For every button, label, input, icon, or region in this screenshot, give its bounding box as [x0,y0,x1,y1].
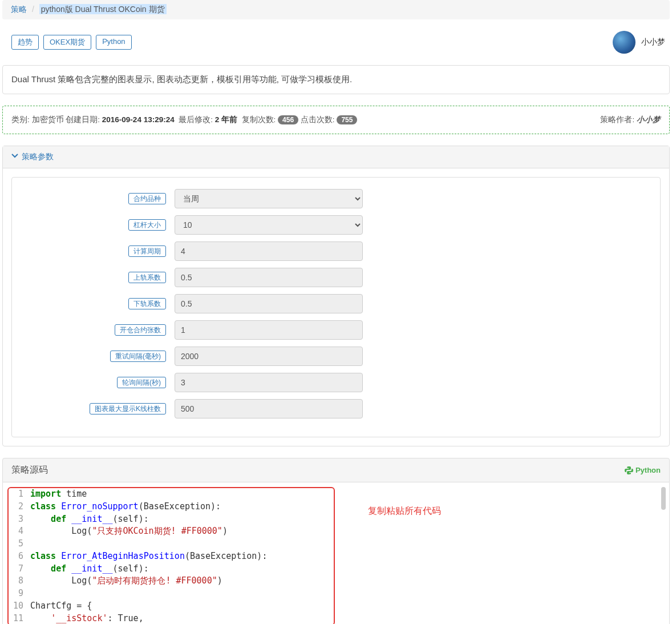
code-box[interactable]: 1import time 2class Error_noSupport(Base… [7,487,335,624]
chevron-down-icon [11,152,18,161]
param-label-open-contracts: 开仓合约张数 [115,324,166,336]
python-icon [624,466,633,475]
breadcrumb-separator: / [29,5,37,14]
meta-copy-label: 复制次数: [242,115,276,124]
meta-panel: 类别: 加密货币 创建日期: 2016-09-24 13:29:24 最后修改:… [2,106,670,134]
meta-category: 加密货币 [32,115,64,124]
param-row-retry-ms: 重试间隔(毫秒) [21,347,651,366]
meta-author-label: 策略作者: [600,115,634,124]
param-row-leverage: 杠杆大小 10 [21,215,651,235]
meta-right: 策略作者: 小小梦 [600,115,661,125]
param-label-leverage: 杠杆大小 [128,219,166,231]
tag-trend[interactable]: 趋势 [11,35,39,50]
meta-category-label: 类别: [11,115,30,124]
param-row-max-kline: 图表最大显示K线柱数 [21,399,651,418]
meta-left: 类别: 加密货币 创建日期: 2016-09-24 13:29:24 最后修改:… [11,115,357,125]
meta-modified: 2 年前 [215,115,237,124]
top-row: 趋势 OKEX期货 Python 小小梦 [2,31,670,54]
param-input-lower-coef[interactable] [175,294,363,313]
tag-okex[interactable]: OKEX期货 [43,35,91,50]
param-label-retry-ms: 重试间隔(毫秒) [110,351,166,362]
params-heading[interactable]: 策略参数 [3,146,669,168]
description-panel: Dual Thrust 策略包含完整的图表显示, 图表动态更新，模板引用等功能,… [2,65,670,94]
param-row-upper-coef: 上轨系数 [21,268,651,287]
param-row-poll-s: 轮询间隔(秒) [21,373,651,392]
param-row-open-contracts: 开仓合约张数 [21,320,651,340]
code-annotation: 复制粘贴所有代码 [368,505,441,517]
language-badge: Python [624,466,661,475]
meta-click-badge: 755 [337,115,357,124]
tag-python[interactable]: Python [96,35,131,50]
params-form: 合约品种 当周 杠杆大小 10 计算周期 上轨系数 下轨系数 开仓合约张数 重试… [11,177,661,437]
description-text: Dual Thrust 策略包含完整的图表显示, 图表动态更新，模板引用等功能,… [3,66,669,94]
param-row-lower-coef: 下轨系数 [21,294,651,313]
param-select-contract-type[interactable]: 当周 [175,189,363,208]
meta-created-label: 创建日期: [66,115,100,124]
param-input-open-contracts[interactable] [175,320,363,340]
source-heading: 策略源码 Python [2,458,670,482]
params-panel: 策略参数 合约品种 当周 杠杆大小 10 计算周期 上轨系数 下轨系数 开仓合约… [2,146,670,446]
meta-click-label: 点击次数: [301,115,335,124]
meta-modified-label: 最后修改: [179,115,213,124]
param-row-period: 计算周期 [21,241,651,261]
param-label-lower-coef: 下轨系数 [128,298,166,309]
source-panel: 策略源码 Python 复制粘贴所有代码 1import time 2class… [2,458,670,624]
param-label-contract-type: 合约品种 [128,193,166,204]
params-title: 策略参数 [22,152,54,161]
author-block: 小小梦 [613,31,665,54]
source-title: 策略源码 [11,464,48,476]
param-row-contract-type: 合约品种 当周 [21,189,651,208]
param-input-retry-ms[interactable] [175,347,363,366]
param-input-period[interactable] [175,241,363,261]
param-label-period: 计算周期 [128,245,166,257]
param-select-leverage[interactable]: 10 [175,215,363,235]
param-label-max-kline: 图表最大显示K线柱数 [90,403,166,414]
breadcrumb-root-link[interactable]: 策略 [11,5,27,14]
language-label: Python [635,466,661,474]
meta-copy-badge: 456 [278,115,298,124]
author-name[interactable]: 小小梦 [641,37,665,47]
param-input-poll-s[interactable] [175,373,363,392]
param-label-upper-coef: 上轨系数 [128,272,166,283]
param-input-max-kline[interactable] [175,399,363,418]
meta-created: 2016-09-24 13:29:24 [102,115,175,124]
tag-list: 趋势 OKEX期货 Python [11,35,132,50]
avatar[interactable] [613,31,635,54]
meta-author: 小小梦 [637,115,661,124]
scrollbar-thumb[interactable] [661,487,666,510]
param-label-poll-s: 轮询间隔(秒) [117,377,166,388]
breadcrumb-current: python版 Dual Thrust OKCoin 期货 [39,4,167,14]
breadcrumb: 策略 / python版 Dual Thrust OKCoin 期货 [2,0,670,19]
code-container: 复制粘贴所有代码 1import time 2class Error_noSup… [2,482,670,624]
param-input-upper-coef[interactable] [175,268,363,287]
